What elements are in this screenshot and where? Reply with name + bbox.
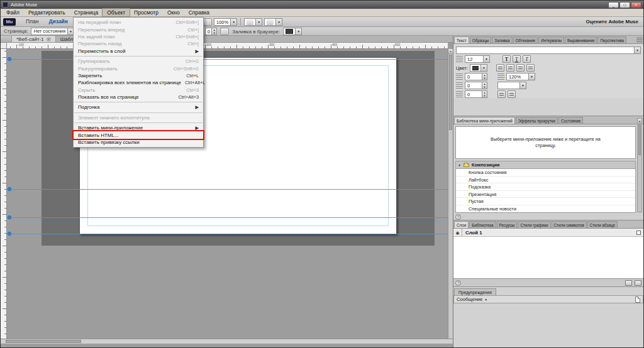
- font-family-dropdown[interactable]: ▼: [456, 46, 641, 54]
- warnings-tab[interactable]: Предупреждения: [454, 288, 496, 295]
- widget-item[interactable]: Презентация: [456, 191, 635, 198]
- chevron-down-icon[interactable]: ▼: [275, 19, 282, 25]
- italic-button[interactable]: T: [523, 55, 531, 63]
- chevron-down-icon[interactable]: ▼: [483, 56, 489, 62]
- stepper-arrows-icon[interactable]: ▲▼: [482, 82, 487, 89]
- insert-object-dropdown[interactable]: ▼: [244, 18, 262, 26]
- widget-scrollbar[interactable]: ▲: [637, 118, 642, 212]
- indent-stepper[interactable]: 0 ▲▼: [465, 90, 487, 98]
- object-menu-item[interactable]: Вставить привязку ссылки: [74, 139, 203, 146]
- arrow-down-icon[interactable]: [220, 28, 229, 35]
- object-menu-item[interactable]: Показать все на страницеCtrl+Alt+3: [74, 94, 203, 101]
- widget-group-row[interactable]: ▼ Композиции: [455, 161, 636, 168]
- align-center-button[interactable]: [506, 64, 514, 72]
- layer-target-box[interactable]: [636, 231, 641, 235]
- scroll-up-icon[interactable]: ▲: [448, 49, 453, 54]
- menubar-item[interactable]: Окно: [163, 9, 184, 16]
- text-panel-tab[interactable]: Заливка: [492, 36, 512, 43]
- text-panel-tab[interactable]: Выравнивание: [565, 36, 597, 43]
- zoom-combo[interactable]: 100% ▼: [214, 18, 237, 26]
- expand-icon[interactable]: ▼: [458, 163, 461, 167]
- align-left-button[interactable]: [496, 64, 504, 72]
- maximize-button[interactable]: □: [619, 2, 630, 8]
- chevron-down-icon[interactable]: ▼: [519, 82, 526, 89]
- help-icon[interactable]: ?: [455, 214, 461, 220]
- widget-panel-tab[interactable]: Эффекты прокрутки: [516, 117, 558, 124]
- message-page-icon[interactable]: [635, 296, 640, 303]
- corner-radius-stepper[interactable]: 0 ▲▼: [205, 28, 217, 35]
- guide-line[interactable]: [7, 217, 448, 218]
- delete-layer-button[interactable]: [635, 280, 641, 286]
- document-tab[interactable]: *Веб-сайт-1×: [12, 36, 56, 42]
- layers-panel-tab[interactable]: Стили абзаце: [587, 221, 618, 228]
- layers-panel-tab[interactable]: Библиотека: [469, 221, 496, 228]
- widget-item[interactable]: Подсказка: [456, 183, 635, 191]
- guide-handle[interactable]: [8, 187, 11, 191]
- layers-panel-tab[interactable]: Стили графики: [518, 221, 550, 228]
- layers-panel-tab[interactable]: Ресурсы: [497, 221, 518, 228]
- ruler-corner[interactable]: [1, 43, 7, 49]
- text-panel-tab[interactable]: Интервалы: [538, 36, 564, 43]
- text-panel-tab[interactable]: Образцы: [470, 36, 491, 43]
- vertical-ruler[interactable]: [1, 49, 7, 344]
- object-menu-item[interactable]: Переместить в слой▶: [74, 48, 203, 55]
- menubar-item[interactable]: Справка: [184, 9, 214, 16]
- preview-page-icon[interactable]: [203, 18, 212, 26]
- chevron-down-icon[interactable]: ▼: [634, 47, 640, 53]
- widget-panel-tab[interactable]: Библиотека мини-приложений: [454, 117, 515, 124]
- horizontal-scrollbar[interactable]: [1, 339, 453, 344]
- menubar-item[interactable]: Объект: [103, 9, 130, 16]
- view-switch-icon[interactable]: [1, 36, 12, 42]
- chevron-down-icon[interactable]: ▼: [255, 19, 262, 25]
- scrollbar-thumb[interactable]: [6, 340, 81, 343]
- scroll-up-icon[interactable]: ▲: [638, 119, 641, 123]
- widget-item[interactable]: Лайтбокс: [456, 177, 635, 184]
- mode-tab[interactable]: Дизайн: [44, 17, 73, 26]
- scrollbar-thumb[interactable]: [638, 124, 641, 155]
- guide-handle[interactable]: [8, 232, 11, 236]
- text-panel-tab[interactable]: Текст: [454, 36, 469, 43]
- menubar-item[interactable]: Страница: [70, 9, 103, 16]
- widget-panel-tab[interactable]: Состояние: [558, 117, 583, 124]
- text-panel-tab[interactable]: Обтекание: [513, 36, 538, 43]
- object-menu-item[interactable]: Разблокировка всех элементов на странице…: [74, 79, 203, 86]
- state-dropdown[interactable]: ▼: [264, 18, 282, 26]
- chevron-down-icon[interactable]: ▼: [295, 28, 301, 35]
- guide-handle[interactable]: [8, 215, 11, 219]
- widget-item[interactable]: Кнопка состояния: [456, 169, 635, 177]
- layer-row[interactable]: ◉Слой 1: [453, 229, 643, 237]
- menubar-item[interactable]: Редактировать: [24, 9, 70, 16]
- leading-combo[interactable]: 120% ▼: [506, 73, 535, 80]
- rate-adobe-muse-link[interactable]: Оцените Adobe Muse: [586, 19, 641, 24]
- guide-line[interactable]: [7, 234, 448, 234]
- stepper-arrows-icon[interactable]: ▲▼: [211, 28, 216, 35]
- minimize-button[interactable]: _: [608, 2, 619, 8]
- chevron-down-icon[interactable]: ▼: [480, 65, 487, 71]
- new-layer-button[interactable]: [625, 280, 632, 286]
- object-menu-item[interactable]: Подгонка▶: [74, 104, 203, 111]
- stepper-arrows-icon[interactable]: ▲▼: [482, 73, 487, 80]
- stepper-arrows-icon[interactable]: ▲▼: [482, 91, 487, 97]
- list-number-button[interactable]: [508, 90, 516, 98]
- panel-menu-icon[interactable]: [636, 38, 643, 43]
- widget-item[interactable]: Специальные новости: [456, 205, 635, 213]
- chevron-down-icon[interactable]: ▼: [484, 298, 487, 302]
- scrollbar-thumb[interactable]: [449, 55, 452, 130]
- list-bullet-button[interactable]: [497, 90, 506, 98]
- vertical-scrollbar[interactable]: ▲: [448, 49, 453, 344]
- object-menu-item[interactable]: Вставить мини-приложение▶: [74, 124, 203, 131]
- font-size-combo[interactable]: 12 ▼: [465, 55, 490, 63]
- close-button[interactable]: ×: [631, 2, 641, 8]
- widget-item[interactable]: Пустая: [456, 198, 635, 205]
- style-combo[interactable]: ▼: [497, 82, 526, 89]
- chevron-down-icon[interactable]: ▼: [230, 19, 236, 25]
- space-before-stepper[interactable]: 0 ▲▼: [465, 82, 487, 89]
- underline-button[interactable]: T: [513, 55, 521, 63]
- page-state-dropdown[interactable]: Нет состояния ▼: [31, 28, 74, 35]
- align-right-button[interactable]: [516, 64, 525, 72]
- message-row[interactable]: Сообщение ▼: [453, 295, 643, 303]
- menubar-item[interactable]: Файл: [2, 9, 24, 16]
- chevron-down-icon[interactable]: ▼: [528, 73, 535, 80]
- text-panel-tab[interactable]: Перспектива: [597, 36, 626, 43]
- guide-line[interactable]: [7, 189, 448, 190]
